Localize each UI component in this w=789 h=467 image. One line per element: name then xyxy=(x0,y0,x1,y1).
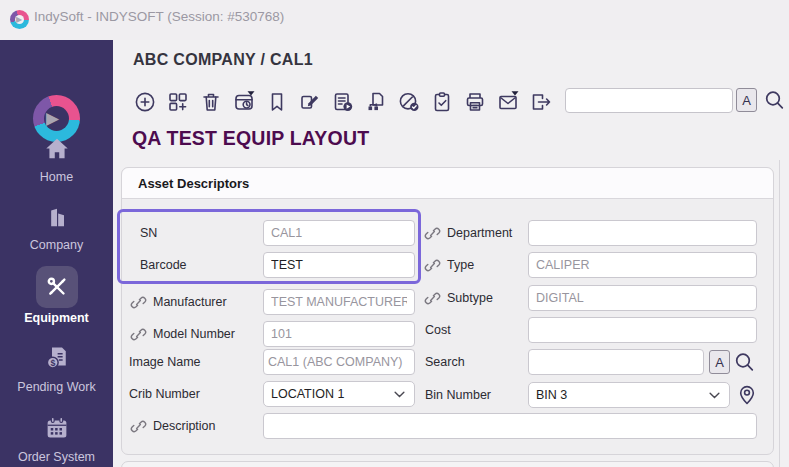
toolbar-match-case-button[interactable]: A xyxy=(736,88,757,112)
department-label: Department xyxy=(447,220,512,246)
panel-title: Asset Descriptors xyxy=(122,168,773,199)
sidebar-item-equipment[interactable]: Equipment xyxy=(0,266,113,325)
sidebar-item-label: Home xyxy=(0,170,113,184)
pending-work-icon: $ xyxy=(42,343,72,377)
bin-number-label: Bin Number xyxy=(425,382,491,408)
crib-number-label: Crib Number xyxy=(129,381,200,407)
type-label: Type xyxy=(447,252,474,278)
department-link-icon[interactable] xyxy=(424,225,441,242)
sidebar-item-label: Pending Work xyxy=(0,380,113,394)
sidebar: ▶ Home Company Equipment xyxy=(0,40,113,467)
edit-button[interactable] xyxy=(298,89,322,114)
image-name-label: Image Name xyxy=(129,349,201,375)
bin-number-value: BIN 3 xyxy=(536,388,567,402)
type-link-icon[interactable] xyxy=(424,257,441,274)
location-pin-icon[interactable] xyxy=(737,382,757,410)
sync-check-button[interactable] xyxy=(397,89,421,114)
new-multi-button[interactable] xyxy=(166,89,190,114)
print-button[interactable] xyxy=(463,89,487,114)
svg-text:$: $ xyxy=(50,358,55,368)
model-number-link-icon[interactable] xyxy=(130,326,147,343)
equipment-icon xyxy=(36,266,78,308)
crib-number-value: LOCATION 1 xyxy=(271,387,344,401)
chevron-down-icon xyxy=(709,388,720,402)
app-logo-icon: ▶ xyxy=(10,10,29,29)
content-divider xyxy=(779,160,780,467)
sidebar-item-pending-work[interactable]: $ Pending Work xyxy=(0,343,113,394)
home-icon xyxy=(43,135,71,167)
page-title: QA TEST EQUIP LAYOUT xyxy=(132,127,369,150)
export-button[interactable] xyxy=(529,89,553,114)
email-button[interactable] xyxy=(496,89,520,114)
traveler-button[interactable] xyxy=(364,89,388,114)
description-field[interactable] xyxy=(263,413,757,439)
sn-field[interactable] xyxy=(263,220,415,246)
sidebar-item-company[interactable]: Company xyxy=(0,203,113,252)
toolbar-search-input[interactable] xyxy=(565,88,733,113)
model-number-label: Model Number xyxy=(153,321,235,347)
cost-label: Cost xyxy=(425,317,451,343)
bin-number-select[interactable]: BIN 3 xyxy=(528,382,730,408)
toolbar-search-icon[interactable] xyxy=(763,88,785,112)
add-button[interactable] xyxy=(133,89,157,114)
department-field[interactable] xyxy=(528,220,757,246)
sidebar-item-label: Company xyxy=(0,238,113,252)
image-name-field[interactable] xyxy=(263,349,415,375)
type-field[interactable] xyxy=(528,252,757,278)
cost-field[interactable] xyxy=(528,317,757,343)
description-link-icon[interactable] xyxy=(130,418,147,435)
procedure-button[interactable] xyxy=(331,89,355,114)
search-label: Search xyxy=(425,349,465,375)
subtype-field[interactable] xyxy=(528,285,757,311)
manufacturer-label: Manufacturer xyxy=(153,289,227,315)
window-title: IndySoft - INDYSOFT (Session: #530768) xyxy=(34,9,284,24)
validation-button[interactable] xyxy=(430,89,454,114)
next-panel-edge xyxy=(121,461,774,467)
sidebar-item-home[interactable]: Home xyxy=(0,135,113,184)
delete-button[interactable] xyxy=(199,89,223,114)
barcode-label: Barcode xyxy=(140,252,187,278)
manufacturer-field[interactable] xyxy=(263,289,415,315)
subtype-link-icon[interactable] xyxy=(424,290,441,307)
bookmark-button[interactable] xyxy=(265,89,289,114)
field-match-case-button[interactable]: A xyxy=(709,350,730,374)
model-number-field[interactable] xyxy=(263,321,415,347)
company-icon xyxy=(43,203,71,235)
field-search-input[interactable] xyxy=(528,349,704,375)
sidebar-item-label: Equipment xyxy=(0,311,113,325)
subtype-label: Subtype xyxy=(447,285,493,311)
description-label: Description xyxy=(153,413,216,439)
chevron-down-icon xyxy=(394,387,405,401)
sidebar-item-order-system[interactable]: Order System xyxy=(0,413,113,464)
manufacturer-link-icon[interactable] xyxy=(130,294,147,311)
field-search-icon[interactable] xyxy=(733,350,755,374)
order-system-icon xyxy=(42,413,72,447)
sidebar-item-label: Order System xyxy=(0,450,113,464)
sn-label: SN xyxy=(140,220,157,246)
schedule-button[interactable] xyxy=(232,89,256,114)
window-titlebar: ▶ IndySoft - INDYSOFT (Session: #530768) xyxy=(0,0,789,40)
breadcrumb: ABC COMPANY / CAL1 xyxy=(133,51,313,69)
barcode-field[interactable] xyxy=(263,252,415,278)
crib-number-select[interactable]: LOCATION 1 xyxy=(263,381,415,407)
